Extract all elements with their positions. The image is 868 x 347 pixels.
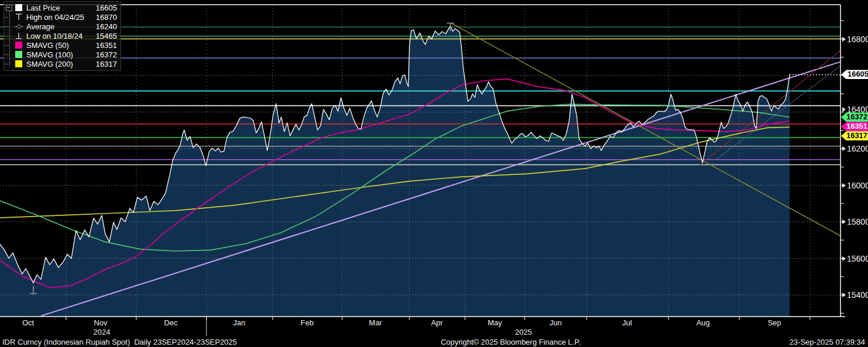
chart-legend: Last Price 16605 High on 04/24/25 16870 … [4, 1, 121, 71]
tick-arrow-icon [842, 183, 846, 188]
legend-label: SMAVG (100) [26, 50, 96, 59]
axis-price-tag-16372: 16372 [841, 112, 868, 122]
x-axis-month-feb: Feb [301, 318, 314, 327]
x-axis-month-may: May [488, 318, 502, 327]
legend-row-low[interactable]: Low on 10/18/24 15465 [6, 31, 117, 40]
high-marker-icon [15, 13, 23, 21]
legend-label: Average [26, 22, 96, 31]
tick-arrow-icon [842, 219, 846, 224]
tick-arrow-icon [842, 146, 846, 151]
legend-label: Last Price [26, 4, 96, 12]
legend-label: High on 04/24/25 [26, 13, 96, 22]
legend-label: SMAVG (50) [26, 41, 96, 50]
legend-value: 16605 [96, 4, 117, 12]
x-axis-month-oct: Oct [22, 318, 34, 327]
legend-row-smavg100[interactable]: SMAVG (100) 16372 [6, 50, 117, 59]
x-axis-month-aug: Aug [696, 318, 709, 327]
smavg200-swatch-icon [15, 60, 23, 68]
legend-value: 16870 [96, 13, 117, 22]
y-axis-label-16800: 16800 [842, 35, 868, 44]
x-axis-year-2024: 2024 [94, 328, 111, 336]
legend-collapse-toggle-icon[interactable] [6, 5, 12, 11]
low-marker-icon [15, 32, 23, 40]
y-axis-label-15800: 15800 [842, 217, 868, 226]
x-axis-month-apr: Apr [431, 318, 443, 327]
x-axis-month-dec: Dec [164, 318, 177, 327]
security-description: IDR Curncy (Indonesian Rupiah Spot) Dail… [2, 338, 237, 346]
x-axis-year-2025: 2025 [515, 328, 532, 336]
y-axis-label-15400: 15400 [842, 290, 868, 300]
chart-plot-area[interactable] [0, 0, 868, 347]
x-axis-month-nov: Nov [94, 318, 107, 327]
legend-row-smavg200[interactable]: SMAVG (200) 16317 [6, 59, 117, 68]
smavg100-swatch-icon [15, 50, 23, 59]
axis-price-tag-16605: 16605 [841, 70, 868, 79]
last-price-swatch-icon [15, 4, 23, 12]
tick-arrow-icon [842, 107, 846, 112]
tick-arrow-icon [842, 256, 846, 261]
legend-value: 16351 [96, 41, 117, 50]
y-axis-label-16200: 16200 [842, 144, 868, 153]
x-axis-month-jan: Jan [233, 318, 246, 327]
y-axis-label-16400: 16400 [842, 105, 868, 114]
x-axis-month-mar: Mar [369, 318, 382, 327]
copyright-notice: Copyright© 2025 Bloomberg Finance L.P. [440, 338, 580, 346]
legend-label: SMAVG (200) [26, 60, 96, 68]
tick-arrow-icon [842, 37, 846, 42]
x-axis-month-jun: Jun [550, 318, 562, 327]
legend-value: 16240 [96, 22, 117, 31]
average-marker-icon [15, 22, 23, 30]
legend-row-high[interactable]: High on 04/24/25 16870 [6, 12, 117, 22]
y-axis-label-15600: 15600 [842, 254, 868, 263]
smavg50-swatch-icon [15, 41, 23, 49]
legend-value: 16317 [96, 60, 117, 68]
x-axis-month-jul: Jul [622, 318, 632, 327]
x-axis-month-sep: Sep [767, 318, 781, 327]
bloomberg-chart-screen: Last Price 16605 High on 04/24/25 16870 … [0, 0, 868, 347]
legend-value: 16372 [96, 50, 117, 59]
legend-row-smavg50[interactable]: SMAVG (50) 16351 [6, 40, 117, 50]
legend-label: Low on 10/18/24 [26, 32, 96, 40]
legend-row-average[interactable]: Average 16240 [6, 22, 117, 31]
y-axis-label-16000: 16000 [842, 181, 868, 190]
legend-value: 15465 [96, 32, 117, 40]
axis-price-tag-16317: 16317 [841, 131, 868, 140]
axis-price-tag-16351: 16351 [841, 122, 868, 131]
timestamp: 23-Sep-2025 07:39:34 [790, 338, 865, 346]
legend-row-last-price[interactable]: Last Price 16605 [6, 3, 117, 12]
tick-arrow-icon [842, 293, 846, 297]
